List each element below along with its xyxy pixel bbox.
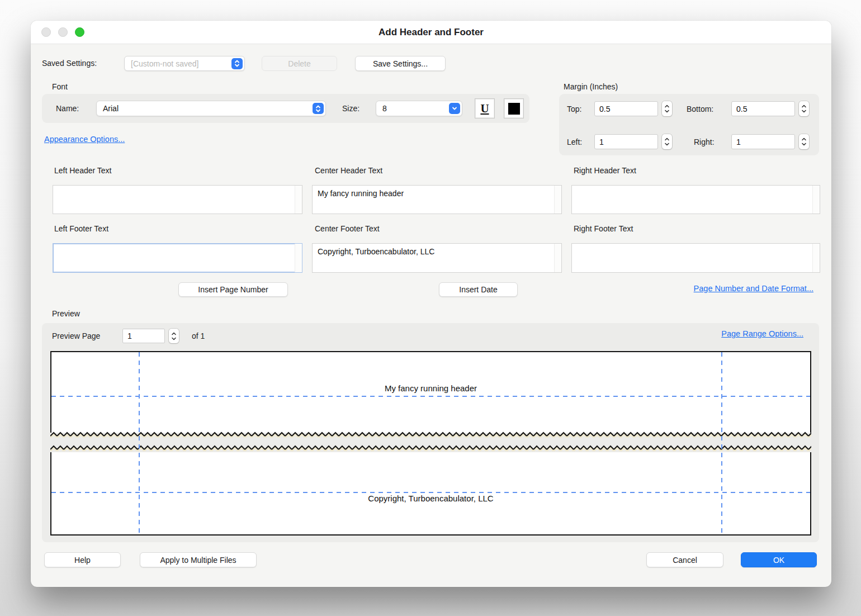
add-header-footer-dialog: Add Header and Footer Saved Settings: [C…	[31, 21, 831, 587]
preview-groupbox: Preview Page of 1 Page Range Options...	[42, 323, 819, 542]
delete-button[interactable]: Delete	[262, 56, 337, 71]
titlebar: Add Header and Footer	[31, 21, 831, 44]
chevron-down-icon	[171, 337, 177, 340]
chevron-up-icon	[664, 105, 670, 108]
left-footer-label: Left Footer Text	[54, 224, 108, 233]
page-number-date-format-link[interactable]: Page Number and Date Format...	[694, 284, 813, 293]
preview-page-input[interactable]	[122, 329, 165, 343]
preview-footer-text: Copyright, Turboencabulator, LLC	[50, 494, 811, 503]
chevron-down-icon	[801, 143, 807, 146]
chevron-up-icon	[801, 105, 807, 108]
cancel-button[interactable]: Cancel	[646, 552, 723, 567]
appearance-options-link[interactable]: Appearance Options...	[44, 135, 125, 144]
left-header-label: Left Header Text	[54, 166, 111, 175]
right-margin-guide	[721, 352, 722, 534]
traffic-lights	[41, 27, 84, 37]
margin-left-input[interactable]	[594, 134, 658, 149]
saved-settings-select[interactable]: [Custom-not saved]	[124, 56, 245, 71]
window-minimize-button[interactable]	[58, 27, 68, 37]
margin-top-label: Top:	[567, 105, 581, 113]
chevron-up-icon	[171, 332, 177, 335]
chevron-up-icon	[664, 138, 670, 141]
ok-button[interactable]: OK	[741, 552, 817, 567]
left-footer-textarea-wrap	[53, 243, 302, 273]
center-header-textarea-wrap: My fancy running header	[312, 185, 562, 214]
page-range-options-link[interactable]: Page Range Options...	[721, 329, 803, 338]
right-header-textarea[interactable]	[571, 185, 820, 214]
left-margin-guide	[139, 352, 140, 534]
center-header-textarea[interactable]: My fancy running header	[312, 185, 562, 214]
font-size-select[interactable]: 8	[376, 101, 462, 116]
font-name-value: Arial	[103, 104, 119, 113]
center-footer-textarea[interactable]: Copyright, Turboencabulator, LLC	[312, 243, 562, 273]
margin-bottom-label: Bottom:	[687, 105, 713, 113]
insert-date-button[interactable]: Insert Date	[439, 282, 518, 297]
right-header-label: Right Header Text	[574, 166, 636, 175]
chevron-up-icon	[801, 138, 807, 141]
margin-top-stepper[interactable]	[662, 101, 672, 116]
left-footer-textarea[interactable]	[53, 243, 302, 273]
chevron-down-icon	[664, 110, 670, 113]
margin-right-input[interactable]	[731, 134, 795, 149]
window-close-button[interactable]	[41, 27, 51, 37]
preview-page-label: Preview Page	[52, 331, 100, 340]
help-button[interactable]: Help	[44, 552, 121, 567]
dialog-title: Add Header and Footer	[31, 21, 831, 44]
chevron-down-icon	[449, 103, 460, 114]
bottom-margin-guide	[51, 492, 810, 493]
font-size-value: 8	[382, 104, 387, 113]
top-margin-guide	[51, 396, 810, 397]
font-name-select[interactable]: Arial	[96, 101, 326, 116]
chevron-up-down-icon	[313, 103, 324, 114]
right-footer-textarea[interactable]	[571, 243, 820, 273]
black-color-swatch-icon	[508, 103, 520, 115]
center-header-label: Center Header Text	[315, 166, 382, 175]
saved-settings-value: [Custom-not saved]	[131, 59, 198, 68]
torn-edge-icon	[50, 444, 811, 452]
right-header-textarea-wrap	[571, 185, 820, 214]
left-header-textarea[interactable]	[53, 185, 302, 214]
margin-left-stepper[interactable]	[662, 134, 672, 149]
font-color-swatch-button[interactable]	[504, 98, 524, 119]
margin-top-input[interactable]	[594, 101, 658, 116]
left-header-textarea-wrap	[53, 185, 302, 214]
right-footer-textarea-wrap	[571, 243, 820, 273]
torn-edge-icon	[50, 431, 811, 439]
margin-right-label: Right:	[694, 138, 715, 146]
font-section-label: Font	[52, 82, 68, 91]
preview-page-count-label: of 1	[192, 331, 205, 340]
underline-button[interactable]: U	[475, 98, 495, 119]
margin-right-stepper[interactable]	[799, 134, 809, 149]
center-footer-textarea-wrap: Copyright, Turboencabulator, LLC	[312, 243, 562, 273]
center-footer-label: Center Footer Text	[315, 224, 380, 233]
font-name-label: Name:	[56, 104, 79, 113]
save-settings-button[interactable]: Save Settings...	[355, 56, 446, 71]
chevron-down-icon	[801, 110, 807, 113]
window-zoom-button[interactable]	[75, 27, 84, 37]
font-size-label: Size:	[342, 104, 359, 113]
chevron-up-down-icon	[231, 58, 243, 69]
right-footer-label: Right Footer Text	[574, 224, 633, 233]
preview-header-text: My fancy running header	[50, 383, 811, 393]
margin-bottom-input[interactable]	[731, 101, 795, 116]
insert-page-number-button[interactable]: Insert Page Number	[178, 282, 288, 297]
preview-page-stepper[interactable]	[169, 329, 179, 343]
margin-bottom-stepper[interactable]	[799, 101, 809, 116]
chevron-down-icon	[664, 143, 670, 146]
underline-icon: U	[480, 102, 489, 116]
margin-groupbox: Top: Bottom: Left: Right:	[559, 94, 819, 155]
saved-settings-label: Saved Settings:	[42, 59, 97, 68]
font-groupbox: Name: Arial Size: 8 U	[42, 94, 529, 123]
margin-section-label: Margin (Inches)	[564, 82, 618, 91]
preview-section-label: Preview	[52, 309, 80, 318]
apply-to-multiple-files-button[interactable]: Apply to Multiple Files	[140, 552, 257, 567]
margin-left-label: Left:	[567, 138, 582, 146]
